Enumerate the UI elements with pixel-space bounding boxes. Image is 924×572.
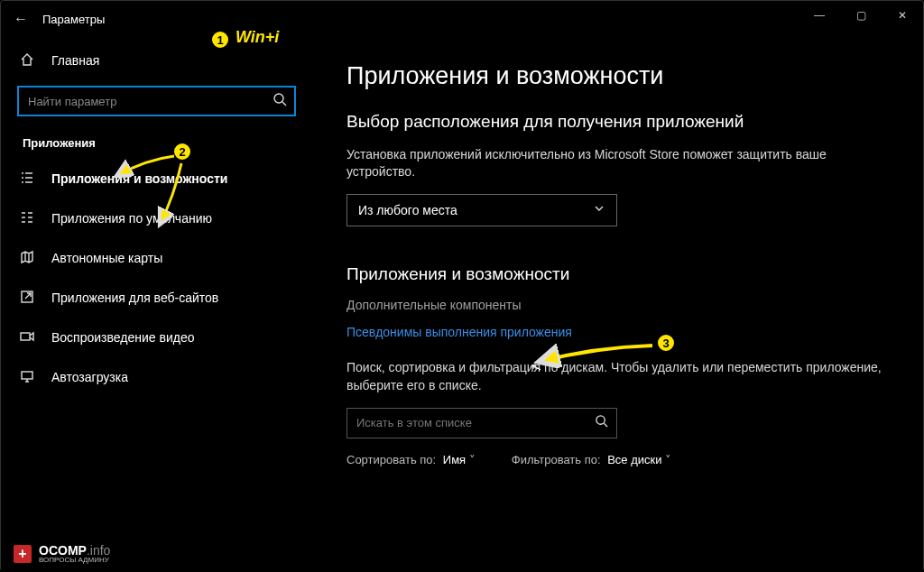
chevron-down-icon: ˅ [665,453,671,466]
page-title: Приложения и возможности [346,62,896,90]
sort-filter-line: Сортировать по: Имя ˅ Фильтровать по: Вс… [346,453,896,466]
map-icon [17,250,37,267]
section-heading-source: Выбор расположения для получения приложе… [346,110,896,134]
sort-control[interactable]: Сортировать по: Имя ˅ [346,453,476,466]
main-content: Приложения и возможности Выбор расположе… [312,37,923,572]
section-heading-apps: Приложения и возможности [346,263,896,286]
svg-point-0 [274,94,283,103]
nav-apps-features[interactable]: Приложения и возможности [1,159,312,198]
filter-control[interactable]: Фильтровать по: Все диски ˅ [512,453,671,466]
home-icon [17,52,37,69]
open-icon [17,290,37,307]
app-source-select[interactable]: Из любого места [346,194,617,226]
optional-components-link[interactable]: Дополнительные компоненты [346,298,896,312]
search-input[interactable] [17,86,296,116]
search-wrap [17,86,296,116]
nav-video-playback[interactable]: Воспроизведение видео [1,318,312,357]
nav-item-label: Приложения и возможности [51,171,227,186]
search-icon [595,414,608,430]
annotation-shortcut-text: Win+i [236,28,279,47]
nav-item-label: Автономные карты [51,251,162,265]
watermark: + OCOMP.info ВОПРОСЫ АДМИНУ [14,543,110,564]
sort-value: Имя [443,453,466,466]
back-button[interactable]: ← [6,11,35,27]
defaults-icon [17,210,37,227]
nav-apps-for-websites[interactable]: Приложения для веб-сайтов [1,278,312,318]
nav-startup[interactable]: Автозагрузка [1,357,312,397]
list-icon [17,171,37,188]
maximize-button[interactable]: ▢ [840,1,882,30]
svg-rect-3 [22,372,32,379]
annotation-badge-2: 2 [172,142,192,161]
nav-default-apps[interactable]: Приложения по умолчанию [1,198,312,238]
execution-aliases-link[interactable]: Псевдонимы выполнения приложения [346,325,896,339]
nav-item-label: Воспроизведение видео [51,330,194,345]
filter-label: Фильтровать по: [512,453,601,466]
sidebar-section-apps: Приложения [1,124,312,159]
close-button[interactable]: ✕ [882,1,923,30]
minimize-button[interactable]: ― [799,1,840,30]
svg-point-4 [596,416,605,424]
filter-search-wrap [346,408,617,438]
startup-icon [17,369,37,386]
nav-item-label: Автозагрузка [51,370,128,384]
nav-offline-maps[interactable]: Автономные карты [1,238,312,278]
filter-value: Все диски [607,453,661,466]
svg-rect-2 [21,333,30,340]
chevron-down-icon [593,202,605,217]
search-icon [273,92,287,109]
titlebar: ← Параметры ― ▢ ✕ [1,1,923,37]
nav-item-label: Приложения по умолчанию [51,211,212,226]
sort-label: Сортировать по: [346,453,436,466]
window-controls: ― ▢ ✕ [799,1,923,30]
nav-item-label: Приложения для веб-сайтов [51,291,218,305]
annotation-badge-1: 1 [210,30,230,50]
section-text-source: Установка приложений исключительно из Mi… [346,146,896,181]
annotation-badge-3: 3 [656,333,676,353]
window-title: Параметры [42,13,105,26]
select-value: Из любого места [358,203,457,217]
sidebar: Главная Приложения Приложения и возможно… [1,37,312,572]
video-icon [17,329,37,346]
filter-description: Поиск, сортировка и фильтрация по дискам… [346,359,896,394]
nav-home-label: Главная [51,53,99,68]
chevron-down-icon: ˅ [469,453,476,466]
app-filter-input[interactable] [346,408,617,438]
watermark-sub: ВОПРОСЫ АДМИНУ [39,556,110,564]
settings-window: ← Параметры ― ▢ ✕ Главная Приложения [0,0,924,572]
watermark-plus-icon: + [14,545,32,563]
